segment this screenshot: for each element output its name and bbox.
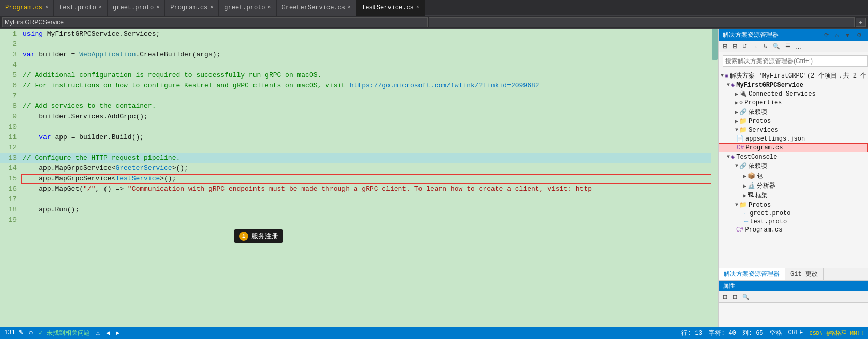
line-content[interactable] xyxy=(21,60,718,70)
tab-close-4[interactable]: × xyxy=(210,5,213,10)
toolbar-btn-7[interactable]: ☰ xyxy=(783,42,792,51)
tree-item-framework[interactable]: ▶ 🏗 框架 xyxy=(719,191,868,201)
tab-label: TestService.cs xyxy=(362,4,414,11)
table-row: 2 xyxy=(0,39,718,50)
tree-item-analyzer[interactable]: ▶ 🔬 分析器 xyxy=(719,181,868,191)
line-content[interactable]: // Configure the HTTP request pipeline. xyxy=(21,153,718,163)
toolbar-btn-4[interactable]: → xyxy=(750,42,760,51)
tree-item-connected[interactable]: ▶ 🔌 Connected Services xyxy=(719,89,868,98)
line-content[interactable]: var app = builder.Build(); xyxy=(21,132,718,143)
tab-close-5[interactable]: × xyxy=(268,5,271,10)
tree-item-properties[interactable]: ▶ ⚙ Properties xyxy=(719,98,868,107)
tab-test-proto[interactable]: test.proto × xyxy=(54,0,108,16)
line-content[interactable]: builder.Services.AddGrpc(); xyxy=(21,112,718,122)
line-content[interactable]: // Add services to the container. xyxy=(21,101,718,112)
tab-program-cs-2[interactable]: Program.cs × xyxy=(165,0,219,16)
scrollbar-track[interactable] xyxy=(711,29,718,327)
line-content[interactable] xyxy=(21,194,718,205)
add-tab-button[interactable]: + xyxy=(856,18,866,27)
sync-btn[interactable]: ⟳ xyxy=(822,30,831,39)
code-scroll[interactable]: 1 using MyFirstGRPCService.Services; 2 3… xyxy=(0,29,718,327)
location-input-right[interactable] xyxy=(429,17,855,27)
tree-item-greet-proto[interactable]: ← greet.proto xyxy=(719,209,868,218)
table-row: 17 xyxy=(0,194,718,205)
toolbar-btn-3[interactable]: ↺ xyxy=(740,42,749,51)
tab-close-1[interactable]: × xyxy=(45,5,48,10)
line-content[interactable]: using MyFirstGRPCService.Services; xyxy=(21,29,718,39)
solution-search-input[interactable] xyxy=(723,55,868,67)
tab-greet-proto-2[interactable]: greet.proto × xyxy=(219,0,276,16)
arrow-icon: ▶ xyxy=(743,193,746,199)
tree-item-project2[interactable]: ▼ ◈ TestConsole xyxy=(719,152,868,161)
line-content[interactable]: var builder = WebApplication.CreateBuild… xyxy=(21,50,718,60)
link-msft[interactable]: https://go.microsoft.com/fwlink/?linkid=… xyxy=(350,82,540,89)
tab-close-3[interactable]: × xyxy=(156,5,159,10)
code-area[interactable]: 1 using MyFirstGRPCService.Services; 2 3… xyxy=(0,29,718,327)
line-content[interactable]: app.MapGet("/", () => "Communication wit… xyxy=(21,184,718,194)
line-content[interactable] xyxy=(21,91,718,101)
arrow-icon: ▶ xyxy=(735,100,738,106)
line-content[interactable] xyxy=(21,39,718,50)
props-btn-2[interactable]: ⊟ xyxy=(730,292,739,301)
arrow-icon: ▼ xyxy=(735,202,738,208)
line-content[interactable]: // For instructions on how to configure … xyxy=(21,81,718,91)
line-content[interactable]: app.MapGrpcService<GreeterService>(); xyxy=(21,163,718,174)
table-row: 14 app.MapGrpcService<GreeterService>(); xyxy=(0,163,718,174)
toolbar-btn-6[interactable]: 🔍 xyxy=(771,42,782,51)
filter-btn[interactable]: ▼ xyxy=(843,30,852,39)
props-btn-3[interactable]: 🔍 xyxy=(740,292,752,301)
tab-label: Program.cs xyxy=(5,4,42,11)
cs2-icon: C# xyxy=(736,226,743,234)
line-number: 13 xyxy=(0,153,21,163)
tree-item-protos2[interactable]: ▼ 📁 Protos xyxy=(719,201,868,209)
line-number: 19 xyxy=(0,215,21,225)
table-row: 6 // For instructions on how to configur… xyxy=(0,81,718,91)
tab-git-changes[interactable]: Git 更改 xyxy=(785,268,824,280)
tab-close-7[interactable]: × xyxy=(416,5,420,10)
tab-close-2[interactable]: × xyxy=(99,5,102,10)
line-content[interactable]: app.Run(); xyxy=(21,205,718,215)
tree-item-deps2[interactable]: ▼ 🔗 依赖项 xyxy=(719,161,868,171)
tab-close-6[interactable]: × xyxy=(348,5,351,10)
location-bar: + xyxy=(0,16,868,29)
tree-area[interactable]: ▼ ▣ 解决方案 'MyFirstGRPC'(2 个项目，共 2 个) ▼ ◈ … xyxy=(719,70,868,268)
tree-item-program-cs-2[interactable]: C# Program.cs xyxy=(719,226,868,234)
tab-test-service[interactable]: TestService.cs × xyxy=(356,0,425,16)
tree-item-deps1[interactable]: ▶ 🔗 依赖项 xyxy=(719,107,868,117)
tree-item-services[interactable]: ▼ 📁 Services xyxy=(719,126,868,134)
location-input-left[interactable] xyxy=(2,17,428,27)
home-btn[interactable]: ⌂ xyxy=(833,30,841,39)
scrollbar-thumb[interactable] xyxy=(712,29,718,60)
solution-explorer-header: 解决方案资源管理器 ⟳ ⌂ ▼ ⚙ xyxy=(719,29,868,41)
folder-icon: 📁 xyxy=(739,126,747,134)
line-number: 14 xyxy=(0,163,21,174)
tab-program-cs-1[interactable]: Program.cs × xyxy=(0,0,54,16)
tree-item-appsettings[interactable]: 📄 appsettings.json xyxy=(719,134,868,143)
settings-btn[interactable]: ⚙ xyxy=(855,30,864,39)
toolbar-btn-5[interactable]: ↳ xyxy=(761,42,770,51)
toolbar-btn-2[interactable]: ⊟ xyxy=(730,42,739,51)
props-btn-1[interactable]: ⊞ xyxy=(721,292,729,301)
toolbar-btn-8[interactable]: … xyxy=(794,42,803,51)
nav-left[interactable]: ◀ xyxy=(106,329,110,337)
line-content[interactable] xyxy=(21,143,718,153)
solution-explorer-title: 解决方案资源管理器 xyxy=(723,30,779,39)
tree-label: Protos xyxy=(749,118,771,125)
properties-title: 属性 xyxy=(723,282,735,290)
tab-solution-explorer[interactable]: 解决方案资源管理器 xyxy=(719,268,785,280)
tree-item-solution[interactable]: ▼ ▣ 解决方案 'MyFirstGRPC'(2 个项目，共 2 个) xyxy=(719,71,868,81)
tab-greet-proto-1[interactable]: greet.proto × xyxy=(108,0,165,16)
properties-panel: 属性 ⊞ ⊟ 🔍 xyxy=(719,280,868,327)
nav-right[interactable]: ▶ xyxy=(116,329,119,337)
line-content[interactable] xyxy=(21,215,718,225)
line-content-selected[interactable]: app.MapGrpcService<TestService>(); xyxy=(21,174,718,184)
tree-item-protos1[interactable]: ▶ 📁 Protos xyxy=(719,117,868,126)
tab-greeter-service[interactable]: GreeterService.cs × xyxy=(277,0,356,16)
toolbar-btn-1[interactable]: ⊞ xyxy=(721,42,729,51)
tree-item-test-proto[interactable]: ← test.proto xyxy=(719,218,868,226)
line-content[interactable]: // Additional configuration is required … xyxy=(21,70,718,81)
tree-item-project1[interactable]: ▼ ◈ MyFirstGRPCService xyxy=(719,81,868,89)
tree-item-program-cs[interactable]: C# Program.cs xyxy=(719,143,868,152)
line-content[interactable] xyxy=(21,122,718,132)
tree-item-packages[interactable]: ▶ 📦 包 xyxy=(719,171,868,181)
